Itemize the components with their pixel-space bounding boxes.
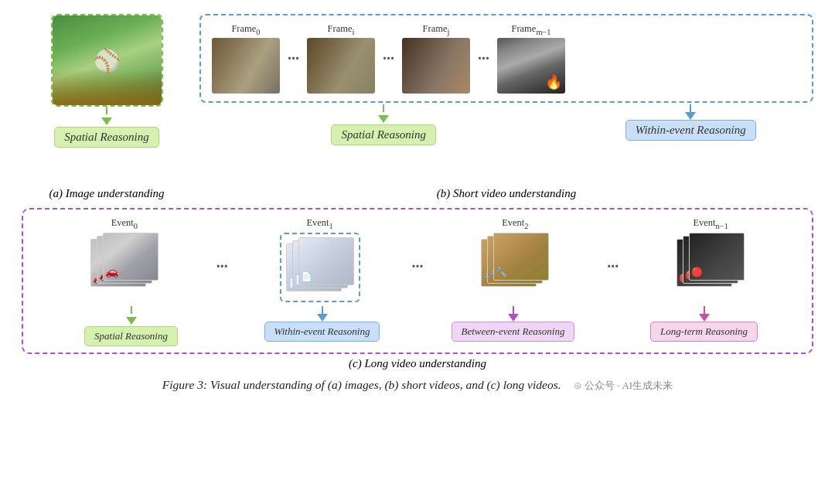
c-arrow-line-blue <box>322 306 323 314</box>
event-label-1: Event1 <box>306 217 332 230</box>
dots-2: ··· <box>380 49 397 67</box>
frame-img-sticks-j <box>402 38 470 94</box>
c-arrow-col-1: Within-event Reasoning <box>227 306 418 342</box>
section-b-title: (b) Short video understanding <box>192 187 813 200</box>
c-between-event-reasoning-label: Between-event Reasoning <box>452 322 575 342</box>
frame-item-i: Framei <box>307 23 375 94</box>
figure-caption-text: Figure 3: Visual understanding of (a) im… <box>162 378 561 391</box>
section-a: Spatial Reasoning <box>22 14 192 148</box>
arrow-down-b-spatial <box>378 115 389 123</box>
event-label-0: Event0 <box>111 217 138 230</box>
c-dots-2: ··· <box>409 257 427 275</box>
frame-label-j: Framej <box>423 23 450 36</box>
event-label-2: Event2 <box>502 217 528 230</box>
top-row: Spatial Reasoning Frame0 ··· Framei <box>22 14 813 184</box>
c-spatial-reasoning-label: Spatial Reasoning <box>84 326 178 346</box>
spatial-reasoning-label-a: Spatial Reasoning <box>54 127 159 148</box>
c-within-event-reasoning-label: Within-event Reasoning <box>264 322 380 342</box>
arrow-line-b-within <box>690 104 691 112</box>
event-item-2: Event2 <box>427 217 605 293</box>
section-c-title: (c) Long video understanding <box>349 357 486 370</box>
frame-img-j <box>402 38 470 94</box>
frame-img-0 <box>212 38 280 94</box>
event-item-n1: Eventn−1 <box>622 217 799 293</box>
stacked-frames-n1 <box>677 233 745 293</box>
event-label-n1: Eventn−1 <box>693 217 728 230</box>
sf-n1-front <box>689 233 745 281</box>
stacked-frames-0 <box>90 233 158 293</box>
c-arrow-col-0: Spatial Reasoning <box>36 306 227 346</box>
section-a-title: (a) Image understanding <box>22 187 192 200</box>
event-item-0: Event0 <box>36 217 213 293</box>
c-arrow-down-purple <box>508 314 519 322</box>
figure-caption: Figure 3: Visual understanding of (a) im… <box>22 378 813 393</box>
frame-item-j: Framej <box>402 23 470 94</box>
c-arrow-line-purple <box>513 306 514 314</box>
section-c-box: Event0 ··· Event1 <box>22 208 813 354</box>
c-arrow-col-n1: Long-term Reasoning <box>608 306 799 342</box>
frames-box: Frame0 ··· Framei ··· Framej <box>199 14 813 103</box>
sf-2-front <box>493 233 549 281</box>
section-b: Frame0 ··· Framei ··· Framej <box>192 14 813 145</box>
stacked-frames-2 <box>481 233 549 293</box>
arrow-down-a <box>101 117 112 125</box>
arrow-down-b-within <box>685 112 696 120</box>
c-dots-1: ··· <box>213 257 231 275</box>
within-event-reasoning-label-b: Within-event Reasoning <box>625 120 756 141</box>
arrow-line-b-spatial <box>383 104 384 112</box>
frame-img-sticks-i <box>307 38 375 94</box>
arrow-line-a <box>106 107 107 114</box>
wechat-badge: ⊙ 公众号 · AI生成未来 <box>564 380 673 391</box>
events-row: Event0 ··· Event1 <box>36 217 799 302</box>
c-arrow-down-green <box>126 317 137 325</box>
dots-1: ··· <box>285 49 302 67</box>
frame-label-i: Framei <box>328 23 355 36</box>
c-arrows-row: Spatial Reasoning Within-event Reasoning… <box>36 306 799 346</box>
frame-img-i <box>307 38 375 94</box>
main-container: Spatial Reasoning Frame0 ··· Framei <box>0 0 835 504</box>
c-arrow-line-magenta <box>704 306 705 314</box>
c-arrow-down-magenta <box>699 314 710 322</box>
frame-img-m1 <box>497 38 565 94</box>
c-arrow-col-2: Between-event Reasoning <box>418 306 608 342</box>
frame-item-m1: Framem−1 <box>497 23 565 94</box>
sf-0-front <box>103 233 158 281</box>
frame-img-fire <box>497 38 565 94</box>
baseball-image <box>53 14 162 107</box>
spatial-reasoning-label-b: Spatial Reasoning <box>331 124 436 145</box>
c-arrow-line-green <box>131 306 132 314</box>
section-c-container: Event0 ··· Event1 <box>22 208 813 370</box>
c-long-term-reasoning-label: Long-term Reasoning <box>650 322 758 342</box>
stacked-frames-1 <box>286 237 354 298</box>
section-titles-row: (a) Image understanding (b) Short video … <box>22 187 813 200</box>
c-dots-3: ··· <box>604 257 622 275</box>
frame-label-m1: Framem−1 <box>511 23 550 36</box>
c-arrow-down-blue <box>317 314 328 322</box>
sf-1-front <box>298 237 354 285</box>
frame-label-0: Frame0 <box>231 23 260 36</box>
frame-img-sticks-0 <box>212 38 280 94</box>
dots-3: ··· <box>475 49 492 67</box>
frame-item-0: Frame0 <box>212 23 280 94</box>
image-a-box <box>51 14 163 107</box>
event1-inner-box <box>280 233 360 302</box>
event-item-1: Event1 <box>231 217 409 302</box>
